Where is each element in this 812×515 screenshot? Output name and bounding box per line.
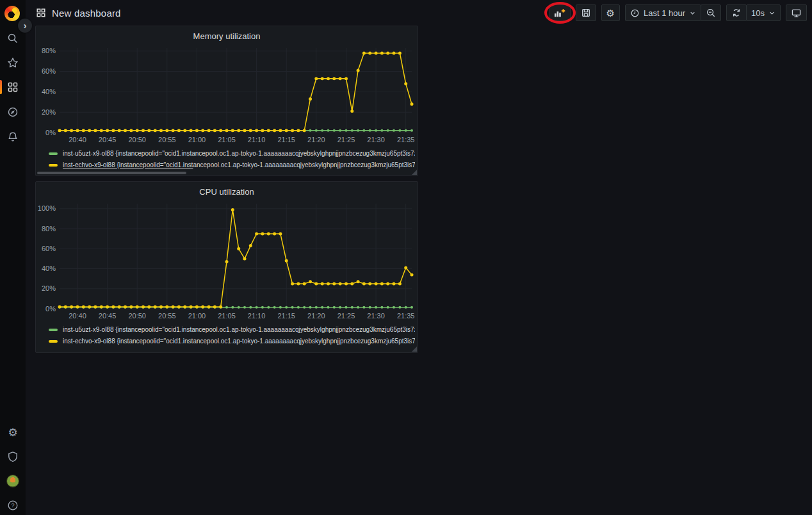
save-icon — [581, 8, 591, 18]
svg-text:21:25: 21:25 — [337, 136, 355, 143]
cpu-utilization-chart[interactable]: 0%20%40%60%80%100%20:4020:4520:5020:5521… — [38, 200, 417, 323]
legend-item[interactable]: inst-echvo-x9-ol88 {instancepoolid="ocid… — [49, 336, 415, 347]
tv-kiosk-icon — [791, 8, 802, 19]
svg-text:21:30: 21:30 — [367, 312, 385, 320]
sidebar-item-configuration[interactable]: ⚙ — [0, 421, 26, 444]
zoom-out-time-button[interactable] — [701, 4, 721, 21]
add-panel-button[interactable] — [549, 4, 571, 21]
sidebar-item-profile[interactable] — [0, 470, 26, 493]
legend-swatch — [49, 340, 58, 343]
svg-text:21:15: 21:15 — [277, 312, 295, 320]
svg-text:21:20: 21:20 — [307, 312, 325, 320]
legend-swatch — [49, 329, 58, 331]
user-avatar — [6, 475, 19, 487]
svg-text:80%: 80% — [42, 225, 56, 233]
svg-text:20:40: 20:40 — [69, 136, 86, 143]
svg-text:20:50: 20:50 — [128, 136, 146, 143]
svg-text:21:00: 21:00 — [188, 312, 206, 320]
legend-swatch — [49, 152, 58, 155]
refresh-interval-picker[interactable]: 10s — [746, 4, 781, 21]
svg-text:21:30: 21:30 — [367, 136, 385, 143]
svg-text:20:55: 20:55 — [158, 312, 176, 320]
sidebar-expand-toggle[interactable]: › — [18, 19, 32, 33]
svg-text:60%: 60% — [42, 67, 56, 75]
settings-gear-icon: ⚙ — [606, 8, 615, 18]
legend-label: inst-echvo-x9-ol88 {instancepoolid="ocid… — [63, 161, 415, 168]
dashboards-grid-icon — [7, 81, 19, 93]
legend-item[interactable]: inst-echvo-x9-ol88 {instancepoolid="ocid… — [49, 159, 415, 171]
svg-text:21:10: 21:10 — [248, 136, 266, 143]
search-icon — [7, 33, 19, 44]
sidebar-item-explore[interactable] — [0, 101, 26, 124]
save-dashboard-button[interactable] — [576, 4, 596, 21]
sidebar-item-starred[interactable] — [0, 51, 26, 74]
svg-text:20:50: 20:50 — [128, 312, 146, 320]
help-icon: ? — [7, 500, 19, 511]
kiosk-mode-button[interactable] — [786, 4, 807, 21]
dashboard-title-group: New dashboard — [36, 8, 121, 19]
chevron-down-icon — [689, 10, 696, 17]
svg-text:21:35: 21:35 — [397, 312, 415, 320]
sidebar-item-help[interactable]: ? — [0, 494, 26, 515]
refresh-group: 10s — [726, 4, 781, 21]
chevron-down-icon — [768, 10, 775, 17]
dashboard-settings-button[interactable]: ⚙ — [601, 4, 620, 21]
svg-text:0%: 0% — [45, 305, 56, 313]
svg-text:21:05: 21:05 — [218, 136, 236, 143]
sidebar: ⚙ ? — [0, 0, 26, 515]
time-range-picker[interactable]: Last 1 hour — [625, 4, 701, 21]
svg-text:0%: 0% — [45, 129, 56, 136]
legend: inst-u5uzt-x9-ol88 {instancepoolid="ocid… — [36, 324, 418, 347]
active-indicator — [0, 80, 2, 94]
panel-title[interactable]: CPU utilization — [36, 182, 418, 197]
sidebar-item-dashboards[interactable] — [0, 76, 26, 99]
svg-text:20:40: 20:40 — [69, 312, 86, 320]
clock-icon — [630, 8, 640, 18]
legend-label: inst-u5uzt-x9-ol88 {instancepoolid="ocid… — [63, 326, 415, 333]
toolbar: ⚙ Last 1 hour — [549, 4, 807, 21]
top-bar: New dashboard ⚙ Last 1 hour — [26, 0, 812, 26]
svg-text:20:45: 20:45 — [99, 312, 117, 320]
compass-icon — [7, 106, 19, 118]
add-panel-icon — [553, 8, 566, 18]
panel-title[interactable]: Memory utilization — [36, 26, 418, 42]
svg-text:100%: 100% — [38, 204, 56, 212]
svg-text:60%: 60% — [42, 245, 56, 252]
svg-text:21:15: 21:15 — [277, 136, 295, 143]
page-title[interactable]: New dashboard — [52, 8, 121, 19]
svg-text:?: ? — [11, 502, 14, 509]
refresh-interval-label: 10s — [751, 8, 765, 18]
panel-memory-utilization: Memory utilization 0%20%40%60%80%20:4020… — [35, 26, 418, 176]
legend: inst-u5uzt-x9-ol88 {instancepoolid="ocid… — [36, 148, 418, 171]
panel-resize-handle[interactable] — [412, 347, 417, 352]
star-icon — [7, 57, 19, 69]
svg-text:21:25: 21:25 — [337, 312, 355, 320]
svg-text:20:55: 20:55 — [158, 136, 176, 143]
memory-utilization-chart[interactable]: 0%20%40%60%80%20:4020:4520:5020:5521:002… — [38, 44, 417, 147]
svg-text:21:10: 21:10 — [248, 312, 266, 320]
legend-label: inst-echvo-x9-ol88 {instancepoolid="ocid… — [63, 338, 415, 345]
svg-text:20:45: 20:45 — [99, 136, 117, 143]
svg-text:40%: 40% — [42, 88, 56, 95]
zoom-out-icon — [706, 8, 716, 18]
svg-text:21:05: 21:05 — [218, 312, 236, 320]
time-range-label: Last 1 hour — [644, 8, 685, 18]
refresh-button[interactable] — [726, 4, 747, 21]
legend-swatch — [49, 164, 58, 167]
sidebar-item-alerting[interactable] — [0, 126, 26, 149]
svg-text:20%: 20% — [42, 108, 56, 116]
dashboard-grid-icon — [36, 8, 46, 18]
svg-text:40%: 40% — [42, 265, 56, 272]
legend-scrollbar[interactable] — [37, 172, 186, 174]
sidebar-item-server-admin[interactable] — [0, 445, 26, 468]
legend-label: inst-u5uzt-x9-ol88 {instancepoolid="ocid… — [63, 150, 415, 157]
bell-icon — [7, 131, 19, 143]
svg-text:20%: 20% — [42, 284, 56, 292]
refresh-icon — [731, 8, 742, 18]
svg-text:80%: 80% — [42, 47, 56, 54]
legend-item[interactable]: inst-u5uzt-x9-ol88 {instancepoolid="ocid… — [49, 148, 415, 159]
time-picker-group: Last 1 hour — [625, 4, 721, 21]
legend-item[interactable]: inst-u5uzt-x9-ol88 {instancepoolid="ocid… — [49, 324, 415, 336]
panel-resize-handle[interactable] — [412, 170, 417, 175]
grafana-logo-icon[interactable] — [4, 6, 20, 21]
